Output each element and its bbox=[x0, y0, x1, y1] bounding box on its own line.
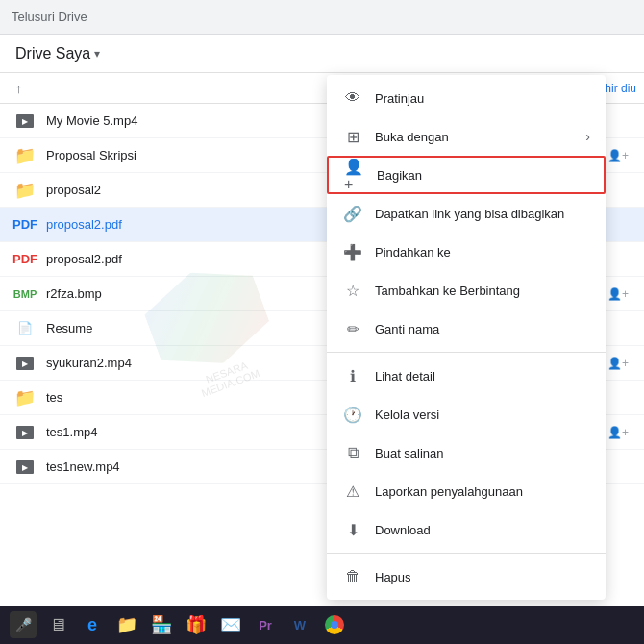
video-icon bbox=[16, 357, 34, 370]
taskbar: 🎤 🖥 e 📁 🏪 🎁 ✉️ Pr W bbox=[0, 606, 644, 644]
file-icon: 📁 bbox=[15, 388, 35, 408]
menu-item-bagikan[interactable]: 👤+ Bagikan bbox=[327, 156, 606, 194]
video-icon bbox=[16, 426, 34, 439]
folder-icon: 📁 bbox=[116, 614, 137, 635]
menu-item-laporkan[interactable]: ⚠ Laporkan penyalahgunaan bbox=[327, 472, 606, 510]
menu-divider bbox=[327, 352, 606, 353]
download-icon: ⬇ bbox=[342, 519, 363, 540]
doc-icon: 📄 bbox=[17, 321, 33, 335]
gift-icon: 🎁 bbox=[186, 614, 207, 635]
taskbar-chrome[interactable] bbox=[319, 609, 350, 640]
ie-icon: e bbox=[87, 615, 97, 635]
drive-title[interactable]: Drive Saya ▾ bbox=[15, 45, 100, 62]
file-icon: 📁 bbox=[15, 181, 35, 200]
share-icon: 👤+ bbox=[344, 164, 365, 186]
chrome-icon bbox=[325, 615, 344, 634]
menu-item-label: Tambahkan ke Berbintang bbox=[375, 284, 590, 298]
shared-icon: 👤+ bbox=[607, 426, 629, 439]
folder-file-icon: 📁 bbox=[14, 180, 36, 201]
taskbar-premiere[interactable]: Pr bbox=[250, 609, 281, 640]
menu-item-download[interactable]: ⬇ Download bbox=[327, 510, 606, 549]
edit-icon: ✏ bbox=[342, 318, 363, 339]
menu-item-label: Dapatkan link yang bisa dibagikan bbox=[375, 207, 590, 221]
folder-file-icon: 📁 bbox=[14, 387, 36, 409]
menu-item-buka-dengan[interactable]: ⊞ Buka dengan › bbox=[327, 117, 606, 156]
menu-item-label: Bagikan bbox=[377, 168, 588, 183]
menu-item-dapatkan-link[interactable]: 🔗 Dapatkan link yang bisa dibagikan bbox=[327, 194, 606, 233]
top-bar: Telusuri Drive bbox=[0, 0, 644, 35]
file-icon: BMP bbox=[15, 285, 35, 304]
pdf-icon: PDF bbox=[12, 252, 37, 266]
menu-divider bbox=[327, 553, 606, 554]
menu-item-label: Lihat detail bbox=[375, 369, 590, 384]
taskbar-monitor[interactable]: 🖥 bbox=[42, 609, 73, 640]
video-icon bbox=[16, 114, 34, 128]
video-icon bbox=[16, 460, 34, 474]
mail-icon: ✉️ bbox=[220, 614, 241, 635]
menu-item-label: Pratinjau bbox=[375, 91, 590, 106]
menu-item-buat-salinan[interactable]: ⧉ Buat salinan bbox=[327, 433, 606, 472]
word-icon: W bbox=[294, 618, 306, 632]
file-icon: 📁 bbox=[15, 146, 35, 165]
trash-icon: 🗑 bbox=[342, 566, 363, 587]
header: Drive Saya ▾ bbox=[0, 35, 644, 73]
premiere-icon: Pr bbox=[259, 618, 272, 632]
submenu-arrow-icon: › bbox=[585, 129, 590, 144]
menu-item-label: Buka dengan bbox=[375, 130, 585, 144]
file-icon bbox=[15, 111, 35, 131]
drive-title-text: Drive Saya bbox=[15, 45, 90, 62]
menu-item-label: Download bbox=[375, 523, 590, 537]
menu-item-label: Pindahkan ke bbox=[375, 245, 590, 260]
taskbar-ie[interactable]: e bbox=[77, 609, 108, 640]
taskbar-gift[interactable]: 🎁 bbox=[181, 609, 211, 640]
file-icon: PDF bbox=[15, 250, 35, 269]
taskbar-word[interactable]: W bbox=[285, 609, 315, 640]
menu-item-ganti-nama[interactable]: ✏ Ganti nama bbox=[327, 310, 606, 348]
eye-icon: 👁 bbox=[342, 87, 363, 109]
shared-icon: 👤+ bbox=[607, 149, 629, 162]
context-menu: 👁 Pratinjau ⊞ Buka dengan › 👤+ Bagikan 🔗… bbox=[327, 75, 606, 600]
store-icon: 🏪 bbox=[151, 614, 172, 635]
link-icon: 🔗 bbox=[342, 203, 363, 224]
top-bar-title: Telusuri Drive bbox=[12, 10, 632, 24]
menu-item-label: Buat salinan bbox=[375, 446, 590, 460]
pdf-blue-icon: PDF bbox=[12, 217, 37, 232]
folder-file-icon: 📁 bbox=[14, 145, 36, 166]
info-icon: ℹ bbox=[342, 365, 363, 386]
menu-item-label: Ganti nama bbox=[375, 322, 590, 336]
bmp-icon: BMP bbox=[13, 288, 37, 300]
menu-item-tambahkan[interactable]: ☆ Tambahkan ke Berbintang bbox=[327, 271, 606, 310]
chevron-down-icon: ▾ bbox=[94, 47, 100, 61]
menu-item-label: Kelola versi bbox=[375, 408, 590, 422]
version-icon: 🕐 bbox=[342, 404, 363, 425]
copy-icon: ⧉ bbox=[342, 442, 363, 463]
shared-icon: 👤+ bbox=[607, 357, 629, 370]
file-icon bbox=[15, 423, 35, 442]
menu-item-pindahkan[interactable]: ➕ Pindahkan ke bbox=[327, 233, 606, 271]
move-icon: ➕ bbox=[342, 241, 363, 262]
monitor-icon: 🖥 bbox=[49, 615, 66, 635]
taskbar-store[interactable]: 🏪 bbox=[146, 609, 177, 640]
report-icon: ⚠ bbox=[342, 481, 363, 502]
file-icon bbox=[15, 458, 35, 477]
file-icon: PDF bbox=[15, 215, 35, 235]
menu-item-lihat-detail[interactable]: ℹ Lihat detail bbox=[327, 357, 606, 395]
shared-icon: 👤+ bbox=[607, 287, 629, 301]
menu-item-pratinjau[interactable]: 👁 Pratinjau bbox=[327, 79, 606, 117]
file-icon: 📄 bbox=[15, 319, 35, 338]
mic-icon: 🎤 bbox=[10, 611, 37, 638]
menu-item-kelola-versi[interactable]: 🕐 Kelola versi bbox=[327, 395, 606, 433]
taskbar-folder[interactable]: 📁 bbox=[111, 609, 142, 640]
menu-item-label: Laporkan penyalahgunaan bbox=[375, 484, 590, 499]
menu-item-hapus[interactable]: 🗑 Hapus bbox=[327, 557, 606, 596]
taskbar-mic[interactable]: 🎤 bbox=[8, 609, 38, 640]
open-icon: ⊞ bbox=[342, 126, 363, 147]
menu-item-label: Hapus bbox=[375, 570, 590, 584]
sort-icon[interactable]: ↑ bbox=[15, 81, 22, 96]
star-icon: ☆ bbox=[342, 280, 363, 301]
taskbar-mail[interactable]: ✉️ bbox=[215, 609, 246, 640]
file-icon bbox=[15, 354, 35, 373]
